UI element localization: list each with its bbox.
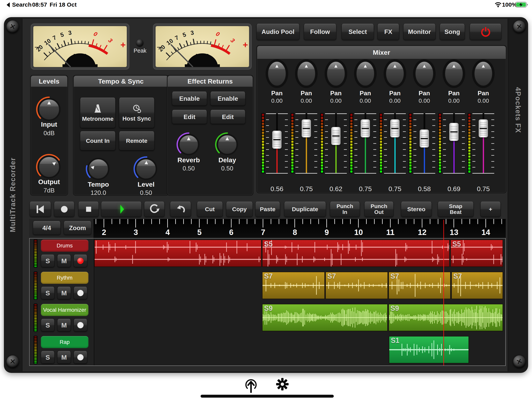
clip-drums-2[interactable]: S5 (262, 240, 450, 267)
play-button[interactable] (101, 202, 142, 217)
edit-button-copy[interactable]: Copy (226, 202, 253, 217)
fader-cap-ch7[interactable] (449, 123, 459, 141)
tempo-knob[interactable] (85, 155, 112, 183)
pan-knob-ch1[interactable] (265, 58, 289, 89)
track-label-drums[interactable]: Drums (41, 240, 89, 252)
clip-vocal-harmonizer-2[interactable]: S9 (388, 304, 503, 331)
delay-return-knob[interactable] (214, 131, 240, 158)
tempo-button-metronome[interactable]: Metronome (80, 98, 115, 128)
fader-cap-ch4[interactable] (361, 119, 370, 137)
ruler-tick (485, 219, 486, 228)
pan-knob-ch7[interactable] (442, 58, 466, 89)
ruler-beat-number: 10 (352, 228, 365, 237)
loop-button[interactable] (144, 202, 165, 217)
track-label-rythm[interactable]: Rythm (41, 272, 89, 284)
edit-button-cut[interactable]: Cut (197, 202, 223, 217)
top-button-fx[interactable]: FX (377, 24, 399, 40)
record-arm-button-vocal-harmonizer[interactable] (74, 319, 87, 331)
edit-button--[interactable]: + (480, 202, 501, 217)
fader-cap-ch2[interactable] (302, 119, 311, 137)
pan-knob-ch5[interactable] (383, 58, 407, 89)
fader-scale-tick (266, 167, 269, 167)
clip-drums-1[interactable] (94, 240, 261, 267)
pan-knob-ch6[interactable] (412, 58, 436, 89)
edit-button-duplicate[interactable]: Duplicate (284, 202, 326, 217)
fader-cap-ch5[interactable] (390, 119, 399, 137)
zoom-button[interactable]: Zoom (64, 221, 91, 235)
fader-cap-ch1[interactable] (272, 131, 282, 149)
ruler-tick (310, 219, 311, 224)
delay-enable-button[interactable]: Enable (210, 91, 245, 106)
record-arm-button-rythm[interactable] (74, 287, 87, 299)
clip-vocal-harmonizer-1[interactable]: S9 (262, 304, 388, 331)
metronome-level-knob[interactable] (133, 155, 159, 183)
fader-cap-ch3[interactable] (331, 127, 341, 145)
settings-gear-button[interactable] (276, 378, 289, 391)
solo-button-rythm[interactable]: S (41, 287, 55, 299)
back-chevron-icon[interactable] (6, 2, 10, 9)
time-signature-button[interactable]: 4/4 (33, 221, 61, 235)
clip-rythm-2[interactable]: S7 (325, 272, 388, 299)
ruler-tick (414, 219, 414, 224)
fader-scale-tick (413, 161, 416, 162)
edit-button-punch-out[interactable]: Punch Out (364, 202, 393, 217)
record-arm-button-drums[interactable] (74, 255, 87, 267)
clip-label: S5 (452, 240, 461, 248)
pan-knob-ch8[interactable] (471, 58, 495, 89)
record-button[interactable] (54, 202, 74, 217)
playhead[interactable] (443, 220, 444, 366)
track-label-rap[interactable]: Rap (41, 336, 89, 348)
pan-knob-ch2[interactable] (294, 58, 318, 89)
solo-button-vocal-harmonizer[interactable]: S (41, 319, 55, 331)
solo-button-drums[interactable]: S (41, 255, 55, 267)
clip-drums-3[interactable]: S5 (450, 240, 503, 267)
edit-button-stereo[interactable]: Stereo (401, 202, 432, 217)
top-button-monitor[interactable]: Monitor (403, 24, 436, 40)
tempo-button-host-sync[interactable]: Host Sync (119, 98, 154, 128)
output-level-knob[interactable] (35, 153, 63, 182)
fader-scale-tick (443, 155, 446, 156)
edit-button-paste[interactable]: Paste (255, 202, 280, 217)
pan-knob-ch3[interactable] (324, 58, 348, 89)
reverb-edit-button[interactable]: Edit (172, 110, 207, 124)
pan-knob-ch4[interactable] (353, 58, 377, 89)
fader-scale-line (472, 173, 494, 174)
solo-button-rap[interactable]: S (41, 351, 55, 364)
tempo-button-count-in[interactable]: Count In (80, 131, 115, 150)
top-button-follow[interactable]: Follow (304, 24, 336, 40)
fader-scale-tick (472, 149, 475, 150)
rewind-button[interactable] (30, 202, 51, 217)
top-button-song[interactable]: Song (440, 24, 465, 40)
clip-rap-1[interactable]: S1 (389, 336, 469, 363)
record-arm-button-rap[interactable] (74, 351, 87, 364)
tempo-button-remote[interactable]: Remote (119, 131, 154, 150)
track-label-vocal-harmonizer[interactable]: Vocal Harmonizer (41, 304, 89, 316)
clip-rythm-3[interactable]: S7 (388, 272, 451, 299)
mute-button-vocal-harmonizer[interactable]: M (57, 319, 71, 331)
reverb-return-knob[interactable] (176, 131, 202, 158)
top-button-select[interactable]: Select (342, 24, 374, 40)
reverb-enable-button[interactable]: Enable (172, 91, 207, 106)
stop-button[interactable] (78, 202, 99, 217)
fader-cap-ch6[interactable] (420, 129, 429, 148)
top-button-audio-pool[interactable]: Audio Pool (256, 24, 299, 40)
undo-button[interactable] (170, 202, 191, 217)
effect-returns-panel: Effect Returns EnableEnableEditEditRever… (167, 75, 253, 196)
clip-rythm-1[interactable]: S7 (262, 272, 325, 299)
status-back-label[interactable]: Search (12, 1, 32, 8)
home-indicator[interactable] (201, 395, 334, 398)
delay-edit-button[interactable]: Edit (210, 110, 245, 124)
clip-rythm-4[interactable]: S7 (451, 272, 503, 299)
ruler-tick (462, 219, 462, 224)
fader-cap-ch8[interactable] (479, 119, 488, 137)
mute-button-rap[interactable]: M (57, 351, 71, 364)
mute-button-drums[interactable]: M (57, 255, 71, 267)
mute-button-rythm[interactable]: M (57, 287, 71, 299)
share-button[interactable] (244, 377, 258, 394)
fader-scale-tick (462, 137, 465, 138)
input-level-knob[interactable] (35, 96, 63, 124)
edit-button-punch-in[interactable]: Punch In (330, 202, 360, 217)
clip-label: S7 (390, 272, 399, 280)
edit-button-snap-beat[interactable]: Snap Beat (438, 202, 474, 217)
power-button[interactable] (470, 24, 501, 40)
